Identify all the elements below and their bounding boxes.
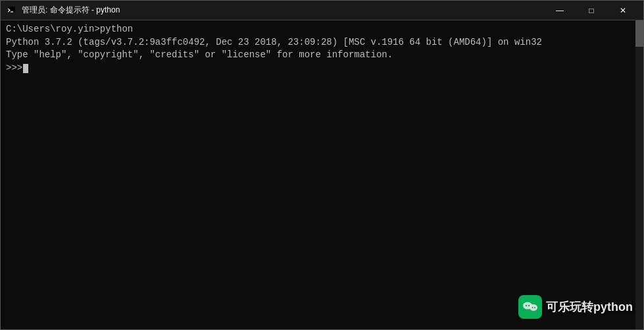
- close-button[interactable]: ✕: [608, 1, 638, 20]
- console-line-1: C:\Users\roy.yin>python: [6, 23, 638, 36]
- title-bar-left: 管理员: 命令提示符 - python: [6, 5, 120, 16]
- svg-point-4: [530, 304, 537, 311]
- title-bar-controls: — □ ✕: [545, 1, 638, 20]
- window: 管理员: 命令提示符 - python — □ ✕ C:\Users\roy.y…: [0, 0, 644, 330]
- scrollbar[interactable]: [635, 20, 643, 329]
- console-prompt-line: >>>: [6, 62, 638, 75]
- scrollbar-thumb[interactable]: [635, 20, 643, 47]
- minimize-button[interactable]: —: [545, 1, 575, 20]
- svg-point-7: [532, 307, 533, 308]
- title-bar: 管理员: 命令提示符 - python — □ ✕: [1, 1, 643, 20]
- cmd-icon: [6, 5, 16, 16]
- svg-point-5: [526, 305, 527, 306]
- console-line-3: Type "help", "copyright", "credits" or "…: [6, 49, 638, 62]
- wechat-icon: [518, 295, 542, 319]
- window-title: 管理员: 命令提示符 - python: [22, 5, 120, 16]
- console-body[interactable]: C:\Users\roy.yin>python Python 3.7.2 (ta…: [1, 20, 643, 329]
- prompt-text: >>>: [6, 62, 22, 75]
- watermark-text: 可乐玩转python: [546, 299, 633, 315]
- svg-point-6: [528, 305, 530, 306]
- console-line-2: Python 3.7.2 (tags/v3.7.2:9a3ffc0492, De…: [6, 36, 638, 49]
- cursor: [23, 64, 28, 73]
- svg-point-8: [534, 307, 535, 308]
- watermark: 可乐玩转python: [518, 295, 633, 319]
- maximize-button[interactable]: □: [576, 1, 607, 20]
